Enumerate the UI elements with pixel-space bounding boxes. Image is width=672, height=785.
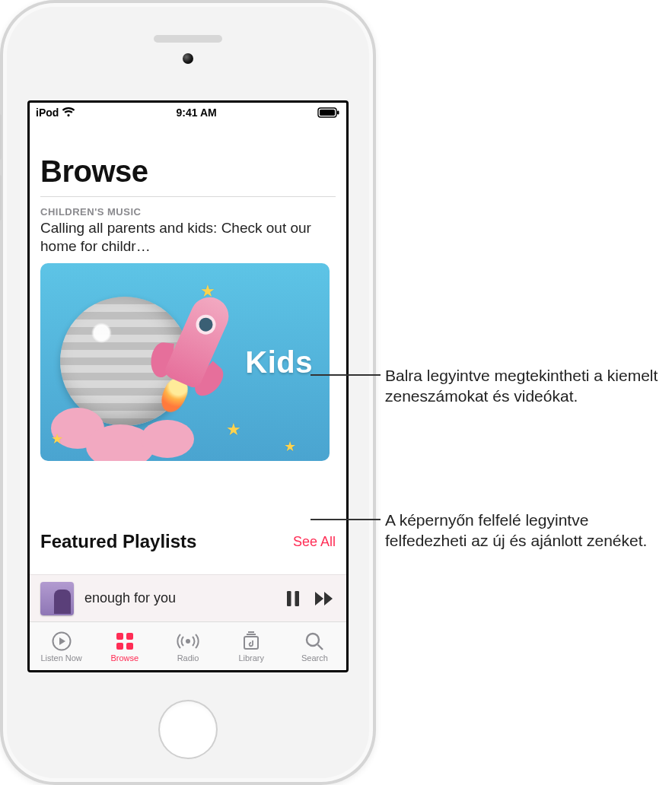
tab-label: Listen Now (40, 653, 81, 663)
featured-card-art-label: Kids (245, 345, 313, 380)
tab-label: Radio (177, 653, 199, 663)
tab-label: Browse (110, 653, 139, 663)
library-icon (241, 631, 261, 652)
status-bar: iPod 9:41 AM (30, 103, 346, 122)
svg-point-12 (307, 634, 319, 646)
volume-down-button[interactable] (0, 175, 2, 221)
tab-bar: Listen Now Browse Radio Library (30, 621, 346, 670)
featured-playlists-header: Featured Playlists See All (40, 531, 336, 552)
callout-leader-line (311, 519, 381, 520)
status-carrier: iPod (36, 106, 59, 119)
svg-rect-6 (116, 633, 123, 640)
svg-rect-8 (116, 643, 123, 650)
device-camera (183, 53, 193, 64)
featured-card[interactable]: CHILDREN'S MUSIC Calling all parents and… (40, 206, 330, 514)
svg-point-10 (186, 639, 190, 644)
play-circle-icon (52, 631, 72, 652)
now-playing-artwork[interactable] (40, 582, 74, 615)
tab-radio[interactable]: Radio (156, 622, 219, 670)
star-icon: ★ (284, 438, 296, 455)
svg-rect-3 (287, 591, 291, 606)
svg-rect-1 (320, 110, 335, 116)
grid-icon (115, 631, 135, 652)
device-speaker (154, 35, 222, 43)
tab-label: Library (238, 653, 264, 663)
star-icon: ★ (51, 431, 63, 447)
svg-rect-2 (337, 111, 339, 115)
search-icon (304, 631, 324, 652)
radio-icon (177, 631, 199, 652)
callout-leader-line (311, 374, 381, 376)
volume-up-button[interactable] (0, 114, 2, 160)
divider (40, 196, 336, 197)
svg-rect-9 (126, 643, 133, 650)
featured-card-eyebrow: CHILDREN'S MUSIC (40, 206, 330, 218)
screen: iPod 9:41 AM Browse CHILDREN'S MUSIC Cal… (27, 100, 349, 672)
device-frame: iPod 9:41 AM Browse CHILDREN'S MUSIC Cal… (0, 0, 376, 785)
svg-rect-4 (295, 591, 300, 606)
tab-library[interactable]: Library (220, 622, 283, 670)
now-playing-title[interactable]: enough for you (84, 590, 272, 606)
tab-search[interactable]: Search (283, 622, 346, 670)
page-title: Browse (40, 154, 336, 189)
section-title: Featured Playlists (40, 531, 196, 552)
see-all-button[interactable]: See All (293, 534, 336, 550)
pause-button[interactable] (282, 588, 304, 609)
callout-text: Balra legyintve megtekintheti a kiemelt … (385, 367, 658, 405)
callout-text: A képernyőn felfelé legyintve felfedezhe… (385, 511, 647, 549)
tab-listen-now[interactable]: Listen Now (30, 622, 93, 670)
battery-icon (317, 107, 340, 118)
home-button[interactable] (158, 700, 218, 759)
star-icon: ★ (226, 420, 241, 440)
status-time: 9:41 AM (75, 106, 317, 119)
featured-card-artwork[interactable]: ★ ★ ★ ★ Kids (40, 263, 330, 461)
next-track-button[interactable] (314, 588, 336, 609)
callout-swipe-left: Balra legyintve megtekintheti a kiemelt … (385, 365, 659, 407)
svg-rect-7 (126, 633, 133, 640)
browse-content[interactable]: Browse CHILDREN'S MUSIC Calling all pare… (30, 122, 346, 574)
star-icon: ★ (200, 281, 215, 301)
tab-label: Search (301, 653, 328, 663)
featured-card-description: Calling all parents and kids: Check out … (40, 219, 330, 256)
now-playing-bar[interactable]: enough for you (30, 574, 346, 621)
callout-swipe-up: A képernyőn felfelé legyintve felfedezhe… (385, 510, 659, 551)
tab-browse[interactable]: Browse (93, 622, 156, 670)
featured-cards-carousel[interactable]: CHILDREN'S MUSIC Calling all parents and… (40, 206, 336, 514)
wifi-icon (62, 107, 75, 118)
